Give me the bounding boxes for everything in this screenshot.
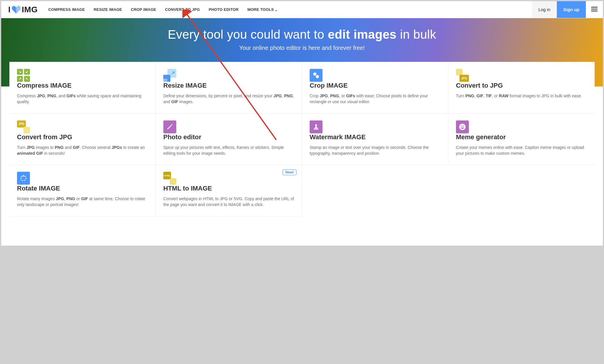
card-desc: Spice up your pictures with text, effect… xyxy=(163,144,294,157)
card-desc: Turn JPG images to PNG and GIF. Choose s… xyxy=(17,144,148,157)
card-desc: Turn PNG, GIF, TIF, or RAW format images… xyxy=(456,93,587,99)
heart-icon xyxy=(12,6,21,13)
card-title: HTML to IMAGE xyxy=(163,185,294,192)
card-desc: Create your memes online with ease. Capt… xyxy=(456,144,587,157)
card-compress-image[interactable]: ↘↙↗↖ Compress IMAGE Compress JPG, PNG, a… xyxy=(9,62,156,113)
pencil-icon xyxy=(163,120,176,133)
card-meme-generator[interactable]: Meme generator Create your memes online … xyxy=(448,113,595,165)
chevron-down-icon xyxy=(275,8,277,11)
card-html-to-image[interactable]: New! HTML HTML to IMAGE Convert webpages… xyxy=(156,165,302,216)
crop-icon xyxy=(310,69,323,82)
card-desc: Stamp an image or text over your images … xyxy=(310,144,440,157)
card-photo-editor[interactable]: Photo editor Spice up your pictures with… xyxy=(156,113,302,165)
nav-links: COMPRESS IMAGE RESIZE IMAGE CROP IMAGE C… xyxy=(48,7,532,12)
convert-to-jpg-icon: JPG xyxy=(456,69,469,82)
card-title: Convert to JPG xyxy=(456,82,587,89)
card-crop-image[interactable]: Crop IMAGE Crop JPG, PNG, or GIFs with e… xyxy=(302,62,448,113)
card-rotate-image[interactable]: Rotate IMAGE Rotate many images JPG, PNG… xyxy=(9,165,156,216)
card-convert-from-jpg[interactable]: JPG Convert from JPG Turn JPG images to … xyxy=(9,113,156,165)
card-title: Rotate IMAGE xyxy=(17,185,148,192)
svg-rect-6 xyxy=(314,129,318,130)
compress-icon: ↘↙↗↖ xyxy=(17,69,30,82)
nav-more-tools[interactable]: MORE TOOLS xyxy=(247,7,277,12)
card-watermark-image[interactable]: Watermark IMAGE Stamp an image or text o… xyxy=(302,113,448,165)
card-resize-image[interactable]: ↗ Resize IMAGE Define your dimensions, b… xyxy=(156,62,302,113)
new-badge: New! xyxy=(283,169,296,175)
card-title: Resize IMAGE xyxy=(163,82,294,89)
html-to-image-icon: HTML xyxy=(163,172,176,185)
svg-point-2 xyxy=(313,72,316,76)
nav-photo-editor[interactable]: PHOTO EDITOR xyxy=(209,7,239,12)
svg-point-3 xyxy=(316,75,319,78)
card-desc: Crop JPG, PNG, or GIFs with ease; Choose… xyxy=(310,93,440,105)
card-desc: Convert webpages in HTML to JPG or SVG. … xyxy=(163,196,294,208)
nav-convert-to-jpg[interactable]: CONVERT TO JPG xyxy=(165,7,200,12)
card-title: Watermark IMAGE xyxy=(310,133,440,141)
card-title: Compress IMAGE xyxy=(17,82,148,89)
logo[interactable]: I IMG xyxy=(8,5,38,14)
card-title: Meme generator xyxy=(456,133,587,141)
empty-cell xyxy=(302,165,448,216)
menu-button[interactable] xyxy=(586,1,603,18)
meme-icon xyxy=(456,120,469,133)
nav-crop[interactable]: CROP IMAGE xyxy=(131,7,156,12)
svg-point-10 xyxy=(459,124,466,130)
svg-rect-4 xyxy=(313,76,316,77)
tool-grid: ↘↙↗↖ Compress IMAGE Compress JPG, PNG, a… xyxy=(9,62,595,216)
logo-suffix: IMG xyxy=(22,5,38,14)
stamp-icon xyxy=(310,120,323,133)
nav-compress[interactable]: COMPRESS IMAGE xyxy=(48,7,85,12)
svg-point-11 xyxy=(21,176,26,181)
login-button[interactable]: Log in xyxy=(532,1,557,18)
logo-prefix: I xyxy=(8,5,11,14)
resize-icon: ↗ xyxy=(163,69,176,82)
hero-subtitle: Your online photo editor is here and for… xyxy=(7,45,597,51)
empty-cell xyxy=(448,165,595,216)
card-desc: Compress JPG, PNG, and GIFs while saving… xyxy=(17,93,148,105)
card-convert-to-jpg[interactable]: JPG Convert to JPG Turn PNG, GIF, TIF, o… xyxy=(448,62,595,113)
svg-point-9 xyxy=(315,124,317,126)
card-title: Convert from JPG xyxy=(17,133,148,141)
topbar: I IMG COMPRESS IMAGE RESIZE IMAGE CROP I… xyxy=(1,1,603,18)
signup-button[interactable]: Sign up xyxy=(557,1,586,18)
convert-from-jpg-icon: JPG xyxy=(17,120,30,133)
hamburger-icon xyxy=(591,5,598,14)
nav-resize[interactable]: RESIZE IMAGE xyxy=(94,7,122,12)
topbar-right: Log in Sign up xyxy=(532,1,603,18)
card-desc: Define your dimensions, by percent or pi… xyxy=(163,93,294,105)
card-desc: Rotate many images JPG, PNG or GIF at sa… xyxy=(17,196,148,208)
card-title: Crop IMAGE xyxy=(310,82,440,89)
hero-title: Every tool you could want to edit images… xyxy=(7,28,597,42)
svg-rect-7 xyxy=(314,127,318,128)
svg-rect-5 xyxy=(316,72,317,75)
card-title: Photo editor xyxy=(163,133,294,141)
rotate-icon xyxy=(17,172,30,185)
